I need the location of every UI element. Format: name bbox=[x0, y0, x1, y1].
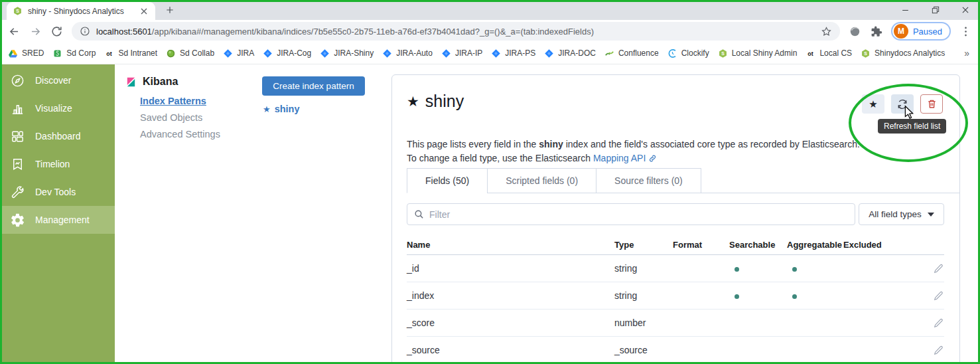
description-text: This page lists every field in the bbox=[407, 139, 539, 149]
bookmark-label: SRED bbox=[22, 48, 44, 58]
svg-text:S: S bbox=[721, 51, 725, 56]
column-header-type: Type bbox=[614, 240, 673, 250]
field-name-cell: _index bbox=[407, 290, 614, 301]
jira-icon bbox=[441, 48, 451, 58]
bookmark-jira-cog[interactable]: JIRA-Cog bbox=[263, 48, 311, 58]
svg-text:ot: ot bbox=[808, 50, 813, 56]
browser-menu-kebab-icon[interactable] bbox=[959, 25, 972, 38]
tab-close-icon[interactable] bbox=[139, 6, 149, 17]
refresh-field-list-button[interactable] bbox=[891, 94, 914, 114]
field-searchable-cell bbox=[729, 263, 787, 274]
set-default-pattern-button[interactable]: ★ bbox=[862, 94, 884, 114]
browser-window: S shiny - Shinydocs Analytics localhost:… bbox=[0, 0, 980, 364]
fields-table: NameTypeFormatSearchableAggregatableExcl… bbox=[407, 234, 944, 364]
dashboard-icon bbox=[10, 129, 25, 144]
window-close-button[interactable] bbox=[950, 0, 980, 20]
url-bar[interactable]: localhost:5601/app/kibana#/management/ki… bbox=[72, 22, 840, 41]
chevron-down-icon bbox=[928, 213, 934, 217]
edit-field-button[interactable] bbox=[933, 290, 944, 302]
sidebar-item-label: Management bbox=[35, 215, 90, 225]
field-edit-cell bbox=[924, 263, 944, 274]
table-row-source: _source_source bbox=[407, 337, 944, 364]
bookmark-sd-collab[interactable]: Sd Collab bbox=[166, 48, 214, 58]
back-icon[interactable] bbox=[8, 25, 21, 38]
bookmarks-overflow-chevron[interactable]: » bbox=[964, 48, 972, 58]
field-edit-cell bbox=[924, 318, 944, 329]
delete-pattern-button[interactable] bbox=[920, 94, 943, 114]
confluence-icon bbox=[604, 48, 614, 58]
drive-icon bbox=[8, 48, 18, 58]
aggregatable-dot bbox=[792, 294, 797, 299]
index-pattern-list-item-shiny[interactable]: ★ shiny bbox=[263, 104, 300, 114]
jira-icon bbox=[544, 48, 554, 58]
bookmark-clockify[interactable]: Clockify bbox=[667, 48, 709, 58]
url-text: localhost:5601/app/kibana#/management/ki… bbox=[96, 27, 815, 37]
bookmark-confluence[interactable]: Confluence bbox=[604, 48, 659, 58]
management-links: Index PatternsSaved ObjectsAdvanced Sett… bbox=[140, 96, 220, 139]
tab-scripted-fields-0[interactable]: Scripted fields (0) bbox=[487, 168, 596, 193]
browser-tab[interactable]: S shiny - Shinydocs Analytics bbox=[7, 2, 155, 20]
column-header-searchable: Searchable bbox=[729, 240, 787, 250]
sidebar-item-management[interactable]: Management bbox=[0, 206, 115, 234]
field-aggregatable-cell bbox=[787, 263, 843, 274]
field-type-dropdown[interactable]: All field types bbox=[859, 203, 944, 225]
ot-icon: ot bbox=[104, 48, 114, 58]
bookmark-local-cs[interactable]: otLocal CS bbox=[805, 48, 852, 58]
bookmark-jira-shiny[interactable]: JIRA-Shiny bbox=[320, 48, 374, 58]
edit-field-button[interactable] bbox=[933, 318, 944, 329]
edit-field-button[interactable] bbox=[933, 345, 944, 356]
green-orb-icon bbox=[166, 48, 176, 58]
bookmark-label: Local CS bbox=[819, 48, 852, 58]
sidebar-item-timelion[interactable]: Timelion bbox=[0, 150, 115, 178]
fields-table-header: NameTypeFormatSearchableAggregatableExcl… bbox=[407, 234, 944, 255]
create-index-pattern-button[interactable]: Create index pattern bbox=[262, 76, 365, 96]
field-type-cell: string bbox=[614, 290, 673, 301]
field-filter-input[interactable] bbox=[407, 203, 855, 225]
bookmark-label: JIRA-Shiny bbox=[334, 48, 374, 58]
forward-icon[interactable] bbox=[29, 25, 42, 38]
aggregatable-dot bbox=[792, 267, 797, 272]
bookmark-jira-auto[interactable]: JIRA-Auto bbox=[382, 48, 433, 58]
browser-profile-button[interactable]: M Paused bbox=[891, 22, 951, 41]
sidebar-item-dashboard[interactable]: Dashboard bbox=[0, 122, 115, 150]
kibana-section-title: Kibana bbox=[143, 76, 178, 88]
sidebar-item-visualize[interactable]: Visualize bbox=[0, 94, 115, 122]
table-row-index: _indexstring bbox=[407, 282, 944, 310]
bookmark-label: JIRA-Auto bbox=[396, 48, 433, 58]
edit-field-button[interactable] bbox=[933, 263, 944, 274]
bookmark-sd-corp[interactable]: Sd Corp bbox=[52, 48, 96, 58]
management-link-saved-objects[interactable]: Saved Objects bbox=[140, 112, 220, 123]
mapping-api-link[interactable]: Mapping API bbox=[593, 153, 646, 163]
new-tab-button[interactable] bbox=[161, 1, 178, 19]
bookmarks-bar: SREDSd CorpotSd IntranetSd CollabJIRAJIR… bbox=[0, 43, 980, 64]
sidebar-item-dev-tools[interactable]: Dev Tools bbox=[0, 178, 115, 206]
bookmark-jira-doc[interactable]: JIRA-DOC bbox=[544, 48, 596, 58]
bookmark-jira-ip[interactable]: JIRA-IP bbox=[441, 48, 482, 58]
bookmark-jira-ps[interactable]: JIRA-PS bbox=[491, 48, 535, 58]
window-minimize-button[interactable] bbox=[890, 0, 920, 20]
bookmark-shinydocs-analytics[interactable]: SShinydocs Analytics bbox=[861, 48, 945, 58]
bookmark-sred[interactable]: SRED bbox=[8, 48, 44, 58]
ot-icon: ot bbox=[805, 48, 815, 58]
page-title: ★ shiny bbox=[407, 92, 464, 111]
page-info-icon[interactable] bbox=[80, 26, 90, 37]
window-restore-button[interactable] bbox=[920, 0, 950, 20]
extensions-puzzle-icon[interactable] bbox=[870, 25, 882, 38]
tab-source-filters-0[interactable]: Source filters (0) bbox=[596, 168, 701, 193]
shinydocs-icon: S bbox=[861, 48, 871, 58]
bookmark-label: Sd Intranet bbox=[118, 48, 157, 58]
tab-fields-50[interactable]: Fields (50) bbox=[407, 168, 488, 193]
bookmark-sd-intranet[interactable]: otSd Intranet bbox=[104, 48, 157, 58]
sidebar-item-discover[interactable]: Discover bbox=[0, 66, 115, 94]
bookmark-jira[interactable]: JIRA bbox=[223, 48, 254, 58]
reload-icon[interactable] bbox=[50, 25, 63, 38]
bookmark-label: Confluence bbox=[618, 48, 659, 58]
searchable-dot bbox=[735, 267, 739, 272]
bookmark-local-shiny-admin[interactable]: SLocal Shiny Admin bbox=[718, 48, 798, 58]
bookmark-label: JIRA-IP bbox=[455, 48, 482, 58]
index-pattern-card: ★ shiny ★ Refresh field list This page l… bbox=[391, 74, 960, 364]
management-link-index-patterns[interactable]: Index Patterns bbox=[140, 96, 220, 106]
management-link-advanced-settings[interactable]: Advanced Settings bbox=[140, 129, 220, 139]
bookmark-star-icon[interactable] bbox=[821, 26, 832, 37]
browser-orb-icon[interactable] bbox=[849, 25, 861, 38]
